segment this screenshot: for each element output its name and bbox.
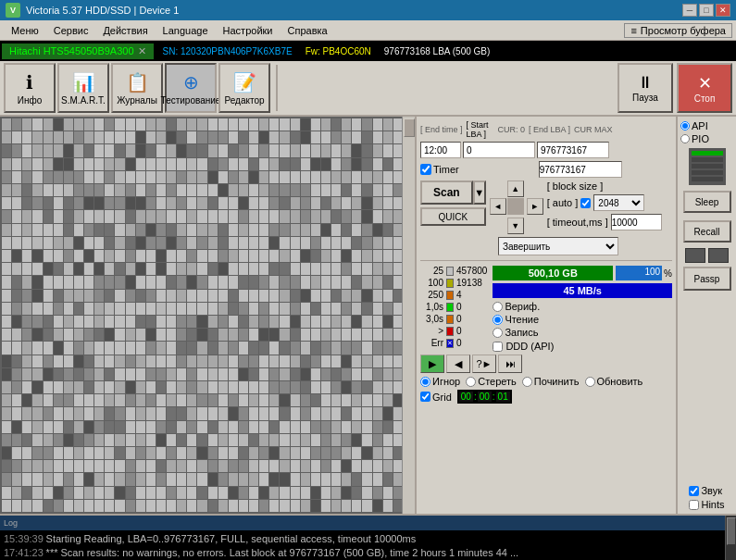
log-scrollbar-thumb[interactable]: [727, 517, 736, 545]
log-scrollbar[interactable]: [725, 516, 736, 560]
pio-radio-label[interactable]: PIO: [680, 133, 709, 144]
arrow-up-button[interactable]: ▲: [507, 180, 524, 197]
stop-button[interactable]: ✕ Стоп: [677, 63, 732, 113]
scan-cell: [362, 407, 371, 419]
update-radio[interactable]: [585, 377, 595, 387]
scan-cell: [22, 460, 31, 472]
api-radio-label[interactable]: API: [680, 120, 709, 131]
write-radio-label[interactable]: Запись: [493, 327, 538, 338]
recall-button[interactable]: Recall: [683, 220, 731, 243]
read-radio-label[interactable]: Чтение: [493, 314, 539, 325]
scan-cell: [105, 500, 114, 512]
grid-checkbox[interactable]: [420, 392, 430, 402]
scan-cell: [311, 250, 320, 262]
scan-scrollbar[interactable]: [402, 117, 415, 514]
menu-item-settings[interactable]: Настройки: [216, 23, 281, 38]
scan-cell: [64, 487, 73, 499]
scan-cell: [187, 342, 196, 354]
scan-cell: [187, 250, 196, 262]
sound-label-row[interactable]: Звук: [689, 485, 724, 496]
update-radio-label[interactable]: Обновить: [585, 376, 643, 387]
play-button[interactable]: ▶: [420, 355, 444, 373]
repair-radio[interactable]: [522, 377, 532, 387]
scan-cell: [64, 171, 73, 183]
device-tab-close[interactable]: ✕: [138, 45, 146, 57]
editor-button[interactable]: 📝 Редактор: [218, 63, 270, 113]
forward-button[interactable]: ?►: [472, 355, 496, 373]
pause-button[interactable]: ⏸ Пауза: [617, 63, 673, 113]
scan-cell: [249, 250, 258, 262]
repair-radio-label[interactable]: Починить: [522, 376, 580, 387]
scan-cell: [187, 421, 196, 433]
scan-cell: [311, 290, 320, 302]
scan-cell: [218, 184, 228, 196]
ddd-checkbox[interactable]: [493, 342, 503, 352]
arrow-right-button[interactable]: ►: [527, 198, 543, 215]
scan-scrollbar-thumb[interactable]: [404, 118, 415, 137]
erase-radio[interactable]: [466, 377, 476, 387]
arrow-down-button[interactable]: ▼: [507, 218, 524, 234]
scan-cell: [208, 144, 218, 156]
close-button[interactable]: ✕: [716, 4, 730, 17]
scan-cell: [22, 381, 31, 393]
ignore-radio-label[interactable]: Игнор: [420, 376, 460, 387]
minimize-button[interactable]: ─: [682, 4, 697, 17]
menu-item-help[interactable]: Справка: [281, 23, 335, 38]
start-lba-input[interactable]: [463, 142, 535, 158]
end-lba-input[interactable]: [537, 142, 609, 158]
auto-checkbox[interactable]: [580, 198, 591, 208]
api-radio[interactable]: [680, 121, 690, 131]
read-radio[interactable]: [493, 315, 503, 325]
write-radio[interactable]: [493, 328, 503, 338]
scan-cell: [115, 184, 124, 196]
end-lba-cur-input[interactable]: [539, 161, 622, 178]
scan-cell: [218, 394, 228, 406]
scan-cell: [44, 394, 53, 406]
sound-checkbox[interactable]: [689, 486, 699, 496]
timer-checkbox[interactable]: [420, 164, 431, 175]
verify-radio[interactable]: [493, 302, 503, 312]
rewind-button[interactable]: ◀: [446, 355, 470, 373]
erase-radio-label[interactable]: Стереть: [466, 376, 517, 387]
cur-label: CUR: 0: [498, 125, 526, 134]
maximize-button[interactable]: □: [699, 4, 714, 17]
verify-radio-label[interactable]: Вериф.: [493, 301, 540, 312]
scan-cell: [331, 118, 341, 131]
info-button[interactable]: ℹ Инфо: [4, 63, 56, 113]
scan-cell: [352, 303, 361, 315]
test-button[interactable]: ⊕ Тестирование: [165, 63, 217, 113]
scan-cell: [259, 460, 268, 472]
menu-item-actions[interactable]: Действия: [95, 23, 155, 38]
menu-item-language[interactable]: Language: [156, 23, 216, 38]
journals-button[interactable]: 📋 Журналы: [111, 63, 163, 113]
pio-radio[interactable]: [680, 134, 690, 143]
menu-item-service[interactable]: Сервис: [46, 23, 96, 38]
complete-select[interactable]: Завершить: [498, 237, 618, 255]
view-buffer-button[interactable]: ≡ Просмотр буфера: [624, 23, 732, 38]
timeout-input[interactable]: [611, 214, 662, 230]
arrow-left-button[interactable]: ◄: [490, 198, 506, 215]
scan-cell: [44, 473, 53, 485]
scan-cell: [197, 184, 206, 196]
grid-checkbox-label[interactable]: Grid: [420, 392, 452, 403]
scan-cell: [12, 263, 21, 275]
scan-cell: [239, 316, 248, 328]
quick-button[interactable]: QUICK: [420, 207, 486, 226]
scan-cell: [156, 460, 166, 472]
hints-checkbox[interactable]: [689, 500, 699, 510]
ignore-radio[interactable]: [420, 377, 430, 387]
skip-forward-button[interactable]: ⏭: [498, 355, 522, 373]
device-tab[interactable]: Hitachi HTS545050B9A300 ✕: [2, 44, 154, 59]
scan-cell: [187, 407, 196, 419]
hints-label-row[interactable]: Hints: [689, 499, 724, 510]
end-time-input[interactable]: [420, 142, 461, 158]
block-size-select[interactable]: 2048: [593, 194, 644, 211]
smart-button[interactable]: 📊 S.M.A.R.T.: [57, 63, 109, 113]
scan-button[interactable]: Scan: [420, 180, 473, 205]
menu-item-menu[interactable]: Меню: [4, 23, 46, 38]
passp-button[interactable]: Passp: [683, 267, 731, 291]
scan-cell: [187, 197, 196, 209]
timer-row: Timer: [420, 161, 672, 178]
scan-dropdown-button[interactable]: ▼: [473, 180, 486, 205]
sleep-button[interactable]: Sleep: [683, 191, 731, 213]
